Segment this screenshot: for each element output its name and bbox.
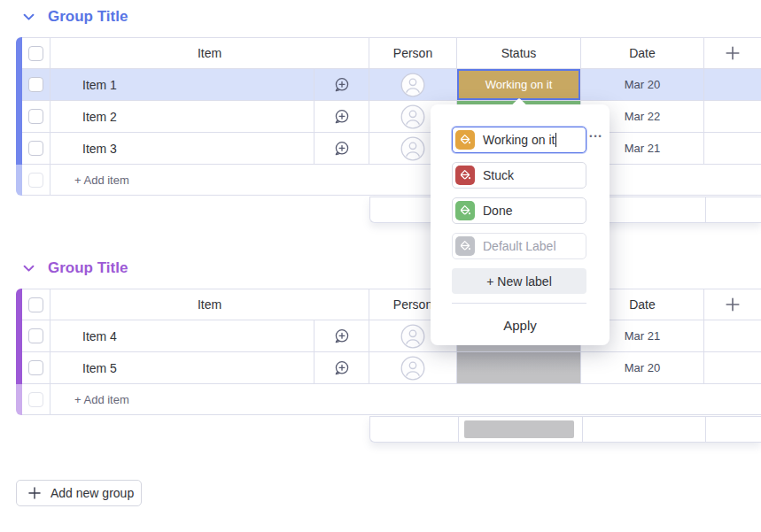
table-header-row: Item Person Status Date (22, 289, 761, 320)
add-update-button[interactable] (314, 101, 369, 132)
speech-bubble-plus-icon (333, 359, 351, 377)
label-option-text: Done (483, 204, 512, 218)
collapse-group-icon[interactable] (23, 13, 35, 21)
paint-bucket-icon (459, 169, 471, 181)
add-column-button[interactable] (704, 289, 761, 320)
row-checkbox[interactable] (22, 101, 50, 132)
item-name[interactable]: Item 1 (50, 69, 314, 100)
add-update-button[interactable] (314, 352, 369, 383)
speech-bubble-plus-icon (333, 108, 351, 126)
avatar-icon (400, 73, 425, 97)
label-option-done[interactable]: Done (452, 197, 586, 224)
speech-bubble-plus-icon (333, 328, 351, 345)
group-2-header: Group Title (23, 259, 128, 277)
avatar-icon (400, 136, 425, 161)
row-checkbox[interactable] (22, 69, 50, 100)
speech-bubble-plus-icon (333, 76, 351, 94)
plus-icon (725, 297, 741, 312)
empty-cell (704, 320, 761, 351)
collapse-group-icon[interactable] (23, 265, 35, 273)
empty-cell (704, 101, 761, 132)
row-checkbox[interactable] (22, 352, 50, 383)
label-swatch-default[interactable] (455, 236, 475, 256)
add-column-button[interactable] (704, 38, 761, 68)
add-item-row[interactable]: + Add item (22, 165, 761, 196)
label-swatch-working[interactable] (455, 130, 475, 150)
group-1-header: Group Title (23, 8, 128, 26)
column-header-item[interactable]: Item (50, 289, 369, 320)
add-update-button[interactable] (314, 133, 369, 164)
speech-bubble-plus-icon (333, 140, 351, 158)
table-header-row: Item Person Status Date (22, 38, 761, 69)
item-name[interactable]: Item 5 (50, 352, 314, 383)
empty-cell (704, 69, 761, 100)
table-row[interactable]: Item 4 Mar 21 (22, 320, 761, 352)
status-cell[interactable]: Working on it (457, 69, 581, 100)
label-option-stuck[interactable]: Stuck (452, 162, 586, 189)
column-header-item[interactable]: Item (50, 38, 369, 68)
label-option-text: Stuck (483, 168, 514, 182)
avatar-icon (400, 356, 425, 381)
person-cell[interactable] (369, 69, 457, 100)
empty-cell (704, 133, 761, 164)
status-label: Working on it (457, 69, 580, 100)
status-summary-bar[interactable] (464, 420, 574, 438)
label-swatch-stuck[interactable] (455, 166, 475, 185)
row-checkbox[interactable] (22, 320, 50, 351)
paint-bucket-icon (459, 204, 471, 217)
group-2-summary-row (369, 416, 761, 443)
status-label-popup: Working on it ••• Stuck Done Default Lab… (431, 104, 610, 345)
label-swatch-done[interactable] (455, 201, 475, 220)
group-title[interactable]: Group Title (48, 8, 128, 26)
add-new-group-label: Add new group (50, 486, 134, 500)
new-label-button[interactable]: + New label (452, 268, 586, 294)
group-title[interactable]: Group Title (48, 259, 128, 277)
row-checkbox-disabled (22, 165, 50, 195)
group-2-table: Item Person Status Date Item 4 Mar 21 It… (16, 289, 761, 415)
label-option-default[interactable]: Default Label (452, 233, 586, 259)
empty-cell (704, 352, 761, 383)
add-item-button[interactable]: + Add item (74, 165, 129, 195)
row-checkbox[interactable] (22, 133, 50, 164)
group-color-bar (16, 37, 22, 196)
column-header-person[interactable]: Person (369, 38, 457, 68)
column-header-date[interactable]: Date (581, 38, 704, 68)
row-checkbox-disabled (22, 384, 50, 414)
board: Group Title Item Person Status Date Item… (0, 0, 761, 532)
column-header-status[interactable]: Status (457, 38, 581, 68)
add-update-button[interactable] (314, 320, 369, 351)
select-all-checkbox[interactable] (22, 289, 50, 320)
person-cell[interactable] (369, 352, 457, 383)
table-row[interactable]: Item 1 Working on it Mar 20 (22, 69, 761, 101)
select-all-checkbox[interactable] (22, 38, 50, 68)
popup-divider (452, 303, 586, 304)
add-update-button[interactable] (314, 69, 369, 100)
apply-button[interactable]: Apply (431, 314, 610, 336)
paint-bucket-icon (459, 240, 471, 252)
add-item-button[interactable]: + Add item (74, 384, 129, 414)
item-name[interactable]: Item 3 (50, 133, 314, 164)
label-edit-input[interactable]: Working on it (452, 127, 586, 153)
date-cell[interactable]: Mar 20 (581, 352, 704, 383)
status-cell[interactable] (457, 352, 581, 383)
item-name[interactable]: Item 2 (50, 101, 314, 132)
paint-bucket-icon (459, 134, 471, 146)
text-cursor (555, 133, 556, 147)
table-row[interactable]: Item 5 Mar 20 (22, 352, 761, 384)
item-name[interactable]: Item 4 (50, 320, 314, 351)
label-edit-value: Working on it (483, 133, 555, 147)
add-item-row[interactable]: + Add item (22, 384, 761, 415)
group-color-bar (16, 289, 22, 415)
table-row[interactable]: Item 3 Mar 21 (22, 133, 761, 165)
plus-icon (725, 45, 741, 61)
more-options-button[interactable]: ••• (586, 132, 606, 141)
avatar-icon (400, 104, 425, 129)
plus-icon (27, 486, 42, 500)
table-row[interactable]: Item 2 Mar 22 (22, 101, 761, 133)
add-new-group-button[interactable]: Add new group (16, 480, 142, 506)
group-1-table: Item Person Status Date Item 1 Working o… (16, 37, 761, 196)
date-cell[interactable]: Mar 20 (581, 69, 704, 100)
avatar-icon (400, 324, 425, 349)
label-option-text: Default Label (483, 239, 556, 253)
